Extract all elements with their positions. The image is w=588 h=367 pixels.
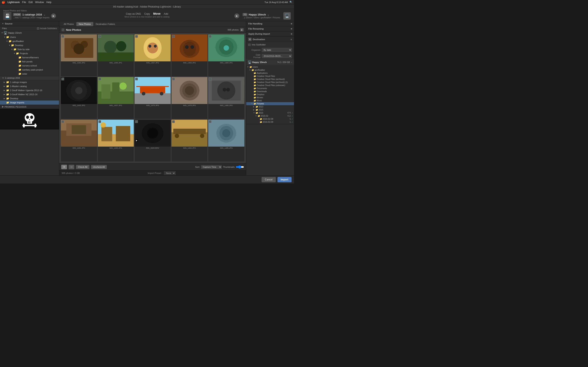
dest-music[interactable]: ▶ 📁 Music	[246, 99, 294, 102]
date-format-select[interactable]: 2016/2016-08/20...	[262, 54, 292, 58]
dest-pictures[interactable]: ▼ 📁 Pictures	[246, 102, 294, 105]
photo-cell-13[interactable]: ✓ ▶ IMG_1520.MOV	[135, 120, 171, 161]
dest-name[interactable]: Happy 15inch	[249, 13, 266, 16]
photo-cell-8[interactable]: ✓ IMG_1476.JPG	[135, 77, 171, 119]
check-all-button[interactable]: Check All	[76, 165, 89, 169]
promise-section[interactable]: ▶ PROMISE PEGASUS	[0, 105, 59, 109]
dest-2016[interactable]: ▼ 📁 2016 474 ✓	[246, 111, 294, 114]
dest-cc-archived-1[interactable]: ▶ 📁 Creative Cloud Files (archived) (1)	[246, 81, 294, 84]
photo-cb-3[interactable]: ✓	[135, 35, 138, 38]
dest-cc-unknown[interactable]: ▶ 📁 Creative Cloud Files (unknown)	[246, 84, 294, 87]
photo-cb-2[interactable]: ✓	[98, 35, 101, 38]
tree-sanitary[interactable]: ▶ 📁 sanitary pads project	[0, 68, 59, 72]
photo-cell-10[interactable]: ✓ IMG_1480.JPG	[208, 77, 244, 119]
apply-during-import-header[interactable]: Apply During Import ◀	[246, 31, 294, 36]
photo-cell-5[interactable]: ✓ IMG_1409.JPG	[208, 34, 244, 76]
scroll-right-btn[interactable]: ▶	[240, 28, 243, 31]
menu-edit[interactable]: Edit	[29, 1, 33, 4]
dest-applications[interactable]: ▶ 📁 Applications	[246, 72, 294, 75]
tree-master-catalog[interactable]: ▶ 📁 1-Master catalog	[0, 84, 59, 88]
tree-solar[interactable]: ▶ 📁 solar	[0, 72, 59, 76]
photo-cell-3[interactable]: ✓ IMG_1367.JPG	[135, 34, 171, 76]
photo-cell-9[interactable]: ✓ IMG_1478.JPG	[172, 77, 208, 119]
photo-cb-9[interactable]: ✓	[172, 78, 175, 80]
dest-2016-02-08[interactable]: ▶ 📁 2016-02-08 5 ✓	[246, 117, 294, 120]
dest-2016-02[interactable]: ▼ 📁 2016-02 412 ✓	[246, 114, 294, 117]
dest-creative-cloud[interactable]: ▶ 📁 Creative Cloud Files	[246, 75, 294, 78]
copy-btn[interactable]: Copy	[144, 12, 150, 15]
sort-select[interactable]: Capture Time Checked State Media Type	[201, 165, 222, 169]
tree-image-imports[interactable]: ▶ 📁 Image Imports	[0, 100, 59, 105]
photo-cb-6[interactable]: ✓	[61, 78, 64, 80]
photo-cb-11[interactable]: ✓	[61, 120, 64, 123]
menu-help[interactable]: Help	[46, 1, 52, 4]
dest-geoffwalker[interactable]: ▼ 📁 geoffwalker	[246, 68, 294, 72]
tree-nz[interactable]: ▶ 📁 3-Geoff Walker NZ 2015-16	[0, 92, 59, 96]
tree-users[interactable]: ▼ 📁 Users	[0, 35, 59, 39]
dest-downloads[interactable]: ▶ 📁 Downloads	[246, 90, 294, 93]
photo-cell-1[interactable]: ✓ IMG_1340.JPG	[61, 34, 97, 76]
tree-sidebyside[interactable]: ▼ 📁 Side by side	[0, 47, 59, 51]
tree-projects[interactable]: ▼ 📁 Projects	[0, 51, 59, 55]
organize-select[interactable]: By date Into one folder By original fold…	[262, 48, 292, 52]
dest-movies[interactable]: ▶ 📁 Movies	[246, 96, 294, 99]
thumbnail-slider[interactable]	[236, 165, 244, 169]
photo-cb-1[interactable]: ✓	[61, 35, 64, 38]
photo-cell-4[interactable]: ✓ IMG_1383.JPG	[172, 34, 208, 76]
source-arrow[interactable]: ▶	[51, 13, 56, 18]
dest-documents[interactable]: ▶ 📁 Documents	[246, 87, 294, 90]
tree-desktop2[interactable]: ▶ 📁 Desktop	[0, 96, 59, 100]
file-handling-collapse[interactable]: ◀	[291, 23, 292, 25]
preset-select[interactable]: None	[164, 171, 176, 175]
tree-geoffwalker[interactable]: ▼ 📁 geoffwalker	[0, 39, 59, 43]
tree-1catlogs[interactable]: ▶ 📁 1 catlogs images	[0, 80, 59, 84]
copy-as-dng-btn[interactable]: Copy as DNG	[126, 12, 141, 15]
dest-2015[interactable]: ▶ 📁 2015	[246, 108, 294, 111]
photo-cb-12[interactable]: ✓	[98, 120, 101, 123]
source-name[interactable]: 1 catalogs 2016	[22, 13, 42, 16]
dest-2013[interactable]: ▶ 📁 2013	[246, 105, 294, 108]
photo-cell-11[interactable]: ✓ IMG_1481.JPG	[61, 120, 97, 161]
tree-desktop[interactable]: ▼ 📁 Desktop	[0, 43, 59, 47]
tree-farmers4farmers[interactable]: ▶ 📁 farmers4farmers	[0, 55, 59, 59]
photo-cb-10[interactable]: ✓	[209, 78, 212, 80]
include-subfolders-cb[interactable]	[37, 27, 39, 30]
import-button[interactable]: Import	[277, 177, 292, 182]
dest-cc-archived[interactable]: ▶ 📁 Creative Cloud Files (archived)	[246, 78, 294, 81]
photo-cell-12[interactable]: ✓ IMG_1483.JPG	[98, 120, 134, 161]
photo-cb-15[interactable]: ✓	[209, 120, 212, 123]
apple-icon[interactable]: 🍎	[2, 1, 5, 4]
tree-drive-happy[interactable]: ▼ 🖥️ Happy 15inch	[0, 31, 59, 35]
tree-fish-ponds[interactable]: ▶ 📁 fish ponds	[0, 59, 59, 64]
tree-uganda[interactable]: ▶ 📁 2 Geoff Walker Uganda 2012-16	[0, 88, 59, 92]
tab-all-photos[interactable]: All Photos	[61, 22, 76, 26]
tab-destination-folders[interactable]: Destination Folders	[93, 22, 118, 26]
search-icon[interactable]: 🔍	[290, 1, 292, 3]
dest-dropbox[interactable]: ▶ 📁 Dropbox	[246, 93, 294, 96]
photo-cb-8[interactable]: ✓	[135, 78, 138, 80]
move-btn[interactable]: Move	[153, 12, 160, 15]
app-name[interactable]: Lightroom	[8, 1, 20, 4]
file-handling-header[interactable]: File Handling ◀	[246, 21, 294, 26]
destination-collapse[interactable]: ≡	[291, 38, 292, 41]
menu-file[interactable]: File	[22, 1, 26, 4]
photo-cell-7[interactable]: ✓ IMG_1457.JPG	[98, 77, 134, 119]
photo-cb-14[interactable]: ✓	[172, 120, 175, 123]
drive-dropdown-arrow[interactable]: ⌄	[291, 61, 292, 63]
dest-2016-02-09[interactable]: ▶ 📁 2016-02-09 1 ✓	[246, 120, 294, 124]
include-subfolders-label[interactable]: Include Subfolders	[37, 27, 57, 30]
cancel-button[interactable]: Cancel	[261, 177, 276, 182]
tab-new-photos[interactable]: New Photos	[76, 22, 93, 26]
file-renaming-header[interactable]: File Renaming ◀	[246, 26, 294, 31]
new-photos-checkbox[interactable]: ✓	[62, 29, 64, 31]
photo-cb-13[interactable]: ✓	[135, 120, 138, 123]
drive-header[interactable]: 🖥️ Happy 15inch 74.1 / 250 GB ⌄	[246, 59, 294, 65]
dest-users[interactable]: ▼ 📁 Users	[246, 66, 294, 68]
into-subfolder-cb[interactable]	[248, 44, 251, 46]
uncheck-all-button[interactable]: Uncheck All	[91, 165, 107, 169]
menu-window[interactable]: Window	[35, 1, 44, 4]
dest-arrow[interactable]: ▶	[234, 13, 239, 18]
add-subfolder-btn[interactable]: +	[248, 38, 251, 41]
apply-collapse[interactable]: ◀	[291, 33, 292, 35]
photo-cell-14[interactable]: ✓ IMG_1484.JPG	[172, 120, 208, 161]
